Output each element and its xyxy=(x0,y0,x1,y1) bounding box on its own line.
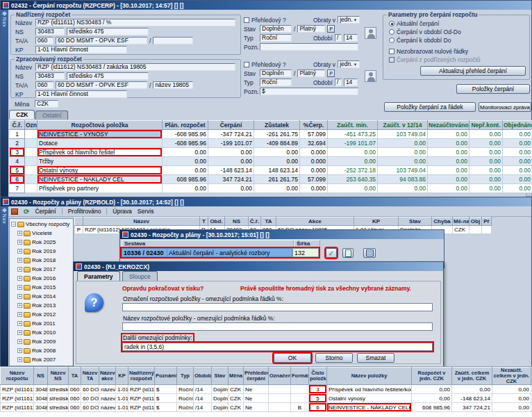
obdobi-field[interactable]: 14 xyxy=(344,34,358,42)
window1-titlebar[interactable]: 02432 - Čerpání rozpočtu (RZPCERP) - [30… xyxy=(1,1,531,10)
tree-item[interactable]: Rok 2025 xyxy=(11,238,72,247)
window2-nav-strip[interactable]: Nav xyxy=(1,206,8,366)
expand-icon[interactable] xyxy=(17,303,22,308)
polozky-cerpani-za-radek-button[interactable]: Položky čerpání za řádek xyxy=(384,102,476,112)
zprac-akce-field[interactable]: název 19805 xyxy=(153,81,193,89)
polozky-cerpani-button[interactable]: Položky čerpání xyxy=(456,84,530,94)
tab-czk[interactable]: CZK xyxy=(9,110,35,119)
expand-icon[interactable] xyxy=(17,231,22,236)
col-header[interactable]: Chyba xyxy=(432,218,453,226)
col-header[interactable]: Nepř.kont. xyxy=(469,121,503,130)
nadrizeny-kp-field[interactable]: 1-01 Hlavní činnost xyxy=(35,46,127,54)
col-header[interactable]: Akce xyxy=(276,218,354,226)
refresh-icon[interactable]: ⟳ xyxy=(24,208,29,215)
tab-ostatni[interactable]: Ostatní xyxy=(35,111,68,120)
storno-button[interactable]: Storno xyxy=(315,353,353,363)
col-header[interactable]: NS xyxy=(34,368,48,385)
col-header[interactable]: Stav xyxy=(212,368,228,385)
col-header[interactable]: NS xyxy=(225,218,249,226)
book-icon[interactable] xyxy=(11,208,18,215)
col-header[interactable]: Období xyxy=(194,368,212,385)
col-header[interactable]: Typ xyxy=(177,368,194,385)
col-header[interactable]: %Čerp. xyxy=(300,121,328,130)
zprac-kp-field[interactable]: 1-01 Hlavní činnost xyxy=(35,90,127,98)
dalsi-podminky-input[interactable] xyxy=(122,343,433,351)
col-header[interactable]: TA xyxy=(261,218,276,226)
nadrizeny-ta-field[interactable]: 060 xyxy=(35,37,53,44)
preview-button[interactable] xyxy=(342,248,354,258)
nezobrazovat-nulove-checkbox[interactable] xyxy=(389,49,394,54)
obraty-select[interactable]: jedn.▼ xyxy=(338,16,360,24)
tab-parametry[interactable]: Parametry xyxy=(77,271,120,281)
grid-row[interactable]: RZP (id11611)30483středisko06060 DOnázev… xyxy=(1,394,532,403)
sestava-selected-row[interactable]: 10336 / 02430 Aktuální čerpání - analyti… xyxy=(122,248,319,257)
obraty-select[interactable]: jedn.▼ xyxy=(338,60,360,68)
toolbar-item-profiltrovano[interactable]: Profiltrováno xyxy=(68,208,101,215)
tree-item[interactable]: Rok 2008 xyxy=(11,346,72,355)
ok-button[interactable]: OK xyxy=(274,353,311,363)
grid-row[interactable]: 1NEINVESTICE - VÝNOSY-608 985.96-347 724… xyxy=(10,130,532,139)
sestava-col-header[interactable]: Sestava xyxy=(122,240,294,248)
col-header[interactable]: Název rozpočtu xyxy=(1,368,34,385)
grid-row[interactable]: 5Ostatní výnosy0.00-148 623.14148 623.14… xyxy=(10,166,532,175)
col-header[interactable]: Č.ř. xyxy=(249,218,261,226)
toolbar-item-servis[interactable]: Servis xyxy=(138,208,154,215)
col-header[interactable]: Zaúčt. celkem v jedn. CZK xyxy=(452,368,492,385)
window2-titlebar[interactable]: 02430 - Rozpočty a plány (RZPBOLD) - [30… xyxy=(1,197,531,206)
toolbar-item-cerpani[interactable]: Čerpání xyxy=(35,208,56,215)
col-header[interactable]: Ozn xyxy=(25,121,38,130)
pozn-field[interactable] xyxy=(260,43,358,51)
expand-icon[interactable] xyxy=(17,240,22,245)
zprac-ta-field[interactable]: 060 xyxy=(35,81,53,89)
stav-field[interactable]: Doplněn xyxy=(260,25,292,33)
prehledovy-checkbox[interactable] xyxy=(244,62,249,67)
toolbar-item-uprava[interactable]: Úprava xyxy=(113,208,131,215)
grid-row[interactable]: 2Dotace-608 985.96-199 101.07-409 884.89… xyxy=(10,139,532,148)
window1-nav-strip[interactable]: Nav xyxy=(1,10,8,202)
nadrizeny-nazev-field[interactable]: RZP (id11611) NS30483 / % xyxy=(35,19,235,26)
expand-icon[interactable] xyxy=(17,258,22,263)
collapse-icon[interactable] xyxy=(11,222,16,227)
col-header[interactable]: Název xyxy=(83,218,200,226)
tree-item[interactable]: Víceleté xyxy=(11,229,72,238)
col-header[interactable]: Název akce xyxy=(99,368,116,385)
typ-field[interactable]: Roční xyxy=(260,34,292,42)
zprac-ns-name-field[interactable]: středisko 475 xyxy=(67,72,149,80)
col-header[interactable]: Formát xyxy=(291,368,309,385)
col-header[interactable]: Měna xyxy=(228,368,244,385)
obdobi-slash-field[interactable]: / xyxy=(335,34,342,42)
monitorovaci-zprava-button[interactable]: Monitorovací zpráva xyxy=(479,102,531,112)
p-button[interactable]: P xyxy=(327,70,335,77)
expand-icon[interactable] xyxy=(17,357,22,362)
expand-icon[interactable] xyxy=(17,330,22,335)
mena-field[interactable]: CZK xyxy=(35,100,58,108)
col-header[interactable]: Přehledové čerpání xyxy=(244,368,269,385)
tree-item[interactable]: Rok 2012 xyxy=(11,310,72,319)
tree-item[interactable]: Rok 2013 xyxy=(11,301,72,310)
confirm-button[interactable]: ✓ xyxy=(326,248,337,258)
nadrizeny-ta-name-field[interactable]: 60 DO MŠMT - OPVK ESF xyxy=(56,37,147,44)
tree-item[interactable]: Rok 2017 xyxy=(11,265,72,274)
radio-aktualni-cerpani[interactable] xyxy=(389,21,394,26)
tree-item[interactable]: Rok 2009 xyxy=(11,337,72,346)
col-header[interactable]: Nezaúčt. celkem v jedn. CZK xyxy=(492,368,531,385)
expand-icon[interactable] xyxy=(17,294,22,299)
col-header[interactable] xyxy=(75,218,83,226)
grid-row[interactable]: 6NEINVESTICE - NÁKLADY CEL608 985.96347 … xyxy=(10,175,532,184)
col-header[interactable]: Název položky xyxy=(327,368,412,385)
col-header[interactable]: Objednáno xyxy=(503,121,532,130)
stav2-field[interactable]: Platný xyxy=(297,70,325,77)
col-header[interactable]: Mě-na xyxy=(453,218,469,226)
col-header[interactable]: Čerpání xyxy=(208,121,254,130)
tree-root[interactable]: Všechny rozpočty xyxy=(11,220,72,229)
grid-row[interactable]: RZP (id11611)30483středisko06060 DOnázev… xyxy=(1,403,532,412)
col-header[interactable]: Rozpočet v jedn. CZK xyxy=(412,368,452,385)
col-header[interactable]: T xyxy=(200,218,208,226)
col-header[interactable]: Nezaúčtováno xyxy=(428,121,469,130)
col-header[interactable]: Zůstatek xyxy=(254,121,300,130)
col-header[interactable]: Č.ř. xyxy=(10,121,25,130)
prehledovy-checkbox[interactable] xyxy=(244,17,249,23)
col-header[interactable]: Zaúčt. v 12/14 xyxy=(378,121,428,130)
obdobi-slash-field[interactable]: / xyxy=(335,79,342,86)
radio-cerpani-k-obdobi[interactable] xyxy=(389,38,394,43)
